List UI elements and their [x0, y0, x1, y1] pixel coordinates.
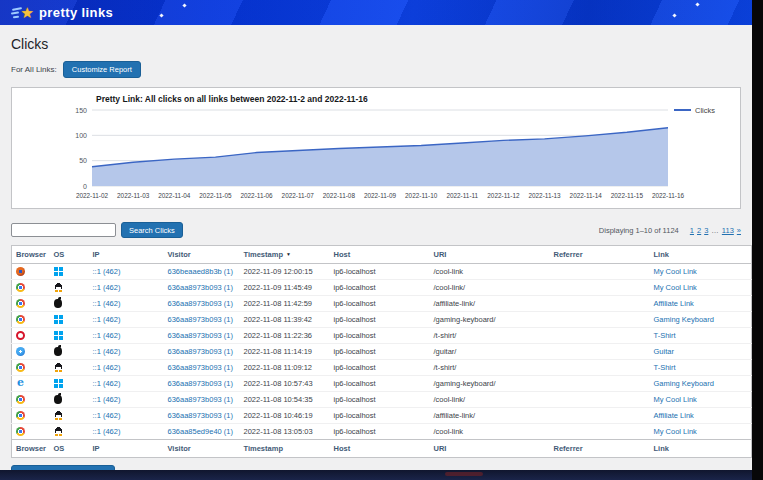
- ip-link[interactable]: ::1 (462): [93, 347, 121, 356]
- column-header-uri[interactable]: URI: [430, 440, 550, 458]
- timestamp-cell: 2022-11-08 11:14:19: [240, 344, 330, 360]
- safari-browser-icon: [16, 347, 25, 356]
- column-header-referrer[interactable]: Referrer: [550, 246, 650, 264]
- column-header-visitor[interactable]: Visitor: [164, 246, 240, 264]
- ip-link[interactable]: ::1 (462): [93, 267, 121, 276]
- windows-os-icon: [54, 379, 63, 388]
- timestamp-cell: 2022-11-08 10:46:19: [240, 408, 330, 424]
- uri-cell: /affiliate-link/: [430, 296, 550, 312]
- pagination-page-link[interactable]: 1: [690, 226, 694, 235]
- apple-os-icon: [54, 299, 62, 308]
- host-cell: ip6-localhost: [330, 312, 430, 328]
- column-header-timestamp[interactable]: Timestamp▼: [240, 246, 330, 264]
- timestamp-cell: 2022-11-08 11:42:59: [240, 296, 330, 312]
- visitor-link[interactable]: 636aa8973b093 (1): [168, 299, 233, 308]
- visitor-link[interactable]: 636aa8973b093 (1): [168, 283, 233, 292]
- chart-title: Pretty Link: All clicks on all links bet…: [96, 94, 368, 104]
- host-cell: ip6-localhost: [330, 328, 430, 344]
- sparkle-icon: [672, 13, 676, 17]
- ip-link[interactable]: ::1 (462): [93, 299, 121, 308]
- ip-link[interactable]: ::1 (462): [93, 395, 121, 404]
- ip-link[interactable]: ::1 (462): [93, 283, 121, 292]
- search-input[interactable]: [11, 223, 116, 237]
- column-header-uri[interactable]: URI: [430, 246, 550, 264]
- column-header-host[interactable]: Host: [330, 440, 430, 458]
- host-cell: ip6-localhost: [330, 264, 430, 280]
- pagination-page-link[interactable]: »: [737, 226, 741, 235]
- host-cell: ip6-localhost: [330, 376, 430, 392]
- pretty-link-name-link[interactable]: T-Shirt: [654, 363, 676, 372]
- ip-link[interactable]: ::1 (462): [93, 363, 121, 372]
- visitor-link[interactable]: 636aa8973b093 (1): [168, 379, 233, 388]
- pretty-link-name-link[interactable]: My Cool Link: [654, 427, 697, 436]
- svg-text:2022-11-15: 2022-11-15: [611, 192, 644, 199]
- svg-text:100: 100: [75, 132, 87, 139]
- visitor-link[interactable]: 636aa8973b093 (1): [168, 347, 233, 356]
- visitor-link[interactable]: 636aa8973b093 (1): [168, 411, 233, 420]
- column-header-link[interactable]: Link: [650, 440, 752, 458]
- ip-link[interactable]: ::1 (462): [93, 331, 121, 340]
- table-row: ::1 (462)636aa8973b093 (1)2022-11-09 11:…: [12, 280, 752, 296]
- svg-text:0: 0: [83, 183, 87, 190]
- column-header-ip[interactable]: IP: [89, 440, 164, 458]
- uri-cell: /guitar/: [430, 344, 550, 360]
- column-header-os[interactable]: OS: [50, 246, 89, 264]
- column-header-referrer[interactable]: Referrer: [550, 440, 650, 458]
- visitor-link[interactable]: 636aa85ed9e40 (1): [168, 427, 233, 436]
- visitor-link[interactable]: 636aa8973b093 (1): [168, 363, 233, 372]
- pretty-link-name-link[interactable]: T-Shirt: [654, 331, 676, 340]
- pretty-link-name-link[interactable]: Guitar: [654, 347, 674, 356]
- host-cell: ip6-localhost: [330, 344, 430, 360]
- svg-text:2022-11-12: 2022-11-12: [487, 192, 520, 199]
- sparkle-icon: [182, 3, 186, 7]
- apple-os-icon: [54, 395, 62, 404]
- column-header-browser[interactable]: Browser: [12, 246, 50, 264]
- column-header-label: Visitor: [168, 250, 191, 259]
- host-cell: ip6-localhost: [330, 296, 430, 312]
- customize-report-button[interactable]: Customize Report: [63, 61, 141, 78]
- chrome-browser-icon: [16, 427, 25, 436]
- ip-link[interactable]: ::1 (462): [93, 379, 121, 388]
- ip-link[interactable]: ::1 (462): [93, 427, 121, 436]
- pretty-link-name-link[interactable]: Gaming Keyboard: [654, 315, 714, 324]
- chart-series: [92, 128, 668, 186]
- pagination-page-link[interactable]: 2: [697, 226, 701, 235]
- ip-link[interactable]: ::1 (462): [93, 411, 121, 420]
- pretty-link-name-link[interactable]: My Cool Link: [654, 283, 697, 292]
- pagination-page-link[interactable]: 3: [704, 226, 708, 235]
- search-clicks-button[interactable]: Search Clicks: [121, 222, 183, 238]
- column-header-label: IP: [93, 444, 100, 453]
- ip-link[interactable]: ::1 (462): [93, 315, 121, 324]
- table-row: ::1 (462)636aa8973b093 (1)2022-11-08 10:…: [12, 376, 752, 392]
- svg-text:150: 150: [75, 107, 87, 114]
- visitor-link[interactable]: 636aa8973b093 (1): [168, 331, 233, 340]
- chrome-browser-icon: [16, 315, 25, 324]
- visitor-link[interactable]: 636beaaed8b3b (1): [168, 267, 233, 276]
- linux-os-icon: [54, 363, 63, 372]
- column-header-visitor[interactable]: Visitor: [164, 440, 240, 458]
- timestamp-cell: 2022-11-09 11:45:49: [240, 280, 330, 296]
- pretty-link-name-link[interactable]: My Cool Link: [654, 395, 697, 404]
- referrer-cell: [550, 424, 650, 440]
- uri-cell: /gaming-keyboard/: [430, 376, 550, 392]
- clicks-table: BrowserOSIPVisitorTimestamp▼HostURIRefer…: [11, 245, 752, 458]
- pretty-link-name-link[interactable]: Gaming Keyboard: [654, 379, 714, 388]
- uri-cell: /cool-link/: [430, 280, 550, 296]
- column-header-host[interactable]: Host: [330, 246, 430, 264]
- screen: ★ pretty links Clicks For All Links: Cus…: [0, 0, 763, 480]
- pagination-page-link[interactable]: 113: [722, 226, 734, 235]
- pretty-link-name-link[interactable]: Affiliate Link: [654, 299, 694, 308]
- uri-cell: /t-shirt/: [430, 360, 550, 376]
- column-header-browser[interactable]: Browser: [12, 440, 50, 458]
- visitor-link[interactable]: 636aa8973b093 (1): [168, 315, 233, 324]
- sparkle-icon: [159, 13, 163, 17]
- column-header-link[interactable]: Link: [650, 246, 752, 264]
- pretty-link-name-link[interactable]: Affiliate Link: [654, 411, 694, 420]
- column-header-label: IP: [93, 250, 100, 259]
- pretty-link-name-link[interactable]: My Cool Link: [654, 267, 697, 276]
- column-header-timestamp[interactable]: Timestamp: [240, 440, 330, 458]
- column-header-label: Browser: [16, 444, 46, 453]
- column-header-os[interactable]: OS: [50, 440, 89, 458]
- column-header-ip[interactable]: IP: [89, 246, 164, 264]
- visitor-link[interactable]: 636aa8973b093 (1): [168, 395, 233, 404]
